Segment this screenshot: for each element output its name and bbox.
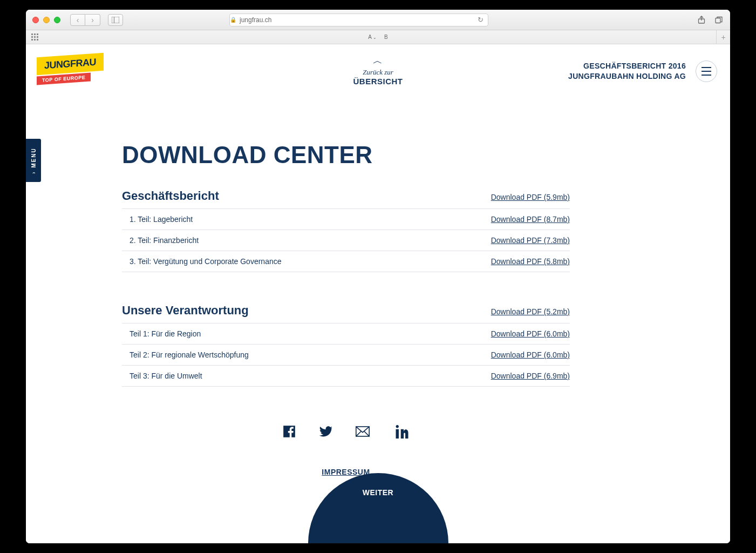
linkedin-icon[interactable] [396, 424, 410, 441]
browser-window: ‹ › 🔒 jungfrau.ch ↻ A ⌄ B + JUNGFRAU TOP… [26, 10, 730, 543]
row-label: 2. Teil: Finanzbericht [130, 236, 199, 245]
row-label: 3. Teil: Vergütung und Corporate Governa… [130, 257, 281, 266]
list-item: Teil 2: Für regionale Wertschöpfung Down… [122, 345, 570, 366]
row-label: Teil 1: Für die Region [130, 329, 201, 338]
header-right: GESCHÄFTSBERICHT 2016 JUNGFRAUBAHN HOLDI… [568, 60, 717, 82]
back-line2: ÜBERSICHT [353, 77, 403, 86]
svg-rect-0 [112, 17, 119, 23]
address-bar[interactable]: 🔒 jungfrau.ch ↻ [229, 14, 488, 26]
logo[interactable]: JUNGFRAU TOP OF EUROPE [37, 55, 96, 93]
twitter-icon[interactable] [319, 424, 333, 441]
page-title: DOWNLOAD CENTER [122, 141, 570, 168]
header-line1: GESCHÄFTSBERICHT 2016 [568, 61, 686, 71]
browser-toolbar: ‹ › 🔒 jungfrau.ch ↻ [26, 10, 730, 30]
list-item: Teil 3: Für die Umwelt Download PDF (6.9… [122, 366, 570, 387]
fav-bar-center: A ⌄ B [368, 34, 388, 40]
weiter-label: WEITER [363, 488, 393, 543]
menu-button[interactable] [696, 60, 717, 82]
side-menu-tab[interactable]: › MENU [26, 139, 41, 182]
email-icon[interactable] [356, 424, 373, 441]
list-item: Teil 1: Für die Region Download PDF (6.0… [122, 323, 570, 345]
row-download[interactable]: Download PDF (8.7mb) [491, 215, 570, 224]
row-label: Teil 3: Für die Umwelt [130, 372, 202, 380]
row-download[interactable]: Download PDF (6.9mb) [491, 372, 570, 380]
nav-buttons: ‹ › [70, 14, 100, 26]
page-content: JUNGFRAU TOP OF EUROPE ︿ Zurück zur ÜBER… [26, 44, 730, 543]
header-line2: JUNGFRAUBAHN HOLDING AG [568, 71, 686, 82]
new-tab-button[interactable]: + [716, 30, 730, 44]
section1-download[interactable]: Download PDF (5.9mb) [491, 193, 570, 201]
lock-icon: 🔒 [230, 17, 236, 23]
reload-icon[interactable]: ↻ [478, 16, 483, 24]
weiter-button[interactable]: WEITER [308, 473, 448, 543]
fav-item-a[interactable]: A ⌄ [368, 34, 377, 40]
logo-top: JUNGFRAU [37, 53, 104, 76]
row-download[interactable]: Download PDF (6.0mb) [491, 350, 570, 359]
maximize-window-button[interactable] [54, 17, 60, 23]
side-menu-label: MENU [31, 147, 37, 167]
toolbar-right [697, 15, 724, 25]
back-button[interactable]: ‹ [70, 14, 85, 26]
row-label: 1. Teil: Lagebericht [130, 215, 193, 224]
facebook-icon[interactable] [282, 424, 296, 441]
chevron-up-icon: ︿ [353, 54, 403, 67]
main-content: DOWNLOAD CENTER Geschäftsbericht Downloa… [122, 141, 570, 476]
row-label: Teil 2: Für regionale Wertschöpfung [130, 350, 249, 359]
svg-rect-3 [716, 18, 720, 23]
fav-item-b[interactable]: B [384, 34, 388, 40]
share-icon[interactable] [697, 15, 706, 25]
back-line1: Zurück zur [353, 68, 403, 77]
window-controls [32, 17, 60, 23]
impressum-link[interactable]: IMPRESSUM [122, 468, 570, 476]
back-to-overview[interactable]: ︿ Zurück zur ÜBERSICHT [353, 54, 403, 86]
sidebar-toggle-button[interactable] [108, 14, 123, 26]
section2-header: Unsere Verantwortung Download PDF (5.2mb… [122, 304, 570, 323]
list-item: 1. Teil: Lagebericht Download PDF (8.7mb… [122, 209, 570, 230]
section2-download[interactable]: Download PDF (5.2mb) [491, 307, 570, 316]
tabs-icon[interactable] [714, 15, 724, 25]
close-window-button[interactable] [32, 17, 39, 23]
row-download[interactable]: Download PDF (6.0mb) [491, 329, 570, 338]
apps-grid-icon[interactable] [31, 33, 38, 41]
favorites-bar: A ⌄ B + [26, 30, 730, 44]
section1-title: Geschäftsbericht [122, 189, 219, 203]
chevron-right-icon: › [31, 171, 37, 173]
url-text: jungfrau.ch [240, 16, 271, 24]
forward-button[interactable]: › [85, 14, 100, 26]
minimize-window-button[interactable] [43, 17, 50, 23]
row-download[interactable]: Download PDF (5.8mb) [491, 257, 570, 266]
social-links [122, 424, 570, 441]
section2-title: Unsere Verantwortung [122, 304, 249, 318]
list-item: 2. Teil: Finanzbericht Download PDF (7.3… [122, 230, 570, 251]
row-download[interactable]: Download PDF (7.3mb) [491, 236, 570, 245]
section1-header: Geschäftsbericht Download PDF (5.9mb) [122, 189, 570, 209]
list-item: 3. Teil: Vergütung und Corporate Governa… [122, 251, 570, 272]
header-right-text: GESCHÄFTSBERICHT 2016 JUNGFRAUBAHN HOLDI… [568, 61, 686, 82]
